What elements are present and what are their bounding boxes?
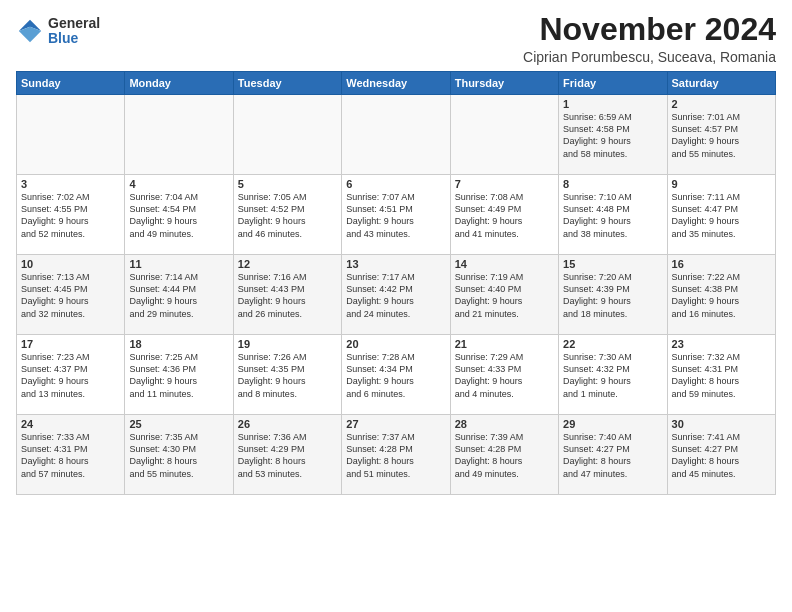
calendar-cell: 2Sunrise: 7:01 AM Sunset: 4:57 PM Daylig… [667, 95, 775, 175]
day-number: 23 [672, 338, 771, 350]
day-info: Sunrise: 7:41 AM Sunset: 4:27 PM Dayligh… [672, 431, 771, 480]
week-row-1: 1Sunrise: 6:59 AM Sunset: 4:58 PM Daylig… [17, 95, 776, 175]
calendar-cell: 26Sunrise: 7:36 AM Sunset: 4:29 PM Dayli… [233, 415, 341, 495]
logo-blue: Blue [48, 31, 100, 46]
day-info: Sunrise: 7:26 AM Sunset: 4:35 PM Dayligh… [238, 351, 337, 400]
calendar-body: 1Sunrise: 6:59 AM Sunset: 4:58 PM Daylig… [17, 95, 776, 495]
header-friday: Friday [559, 72, 667, 95]
calendar-cell: 25Sunrise: 7:35 AM Sunset: 4:30 PM Dayli… [125, 415, 233, 495]
header-row: Sunday Monday Tuesday Wednesday Thursday… [17, 72, 776, 95]
calendar-cell: 16Sunrise: 7:22 AM Sunset: 4:38 PM Dayli… [667, 255, 775, 335]
calendar-header: Sunday Monday Tuesday Wednesday Thursday… [17, 72, 776, 95]
calendar-cell: 30Sunrise: 7:41 AM Sunset: 4:27 PM Dayli… [667, 415, 775, 495]
header-monday: Monday [125, 72, 233, 95]
week-row-2: 3Sunrise: 7:02 AM Sunset: 4:55 PM Daylig… [17, 175, 776, 255]
calendar-cell: 3Sunrise: 7:02 AM Sunset: 4:55 PM Daylig… [17, 175, 125, 255]
header-thursday: Thursday [450, 72, 558, 95]
calendar-cell: 19Sunrise: 7:26 AM Sunset: 4:35 PM Dayli… [233, 335, 341, 415]
day-info: Sunrise: 7:36 AM Sunset: 4:29 PM Dayligh… [238, 431, 337, 480]
calendar-cell: 13Sunrise: 7:17 AM Sunset: 4:42 PM Dayli… [342, 255, 450, 335]
day-info: Sunrise: 7:37 AM Sunset: 4:28 PM Dayligh… [346, 431, 445, 480]
calendar-cell: 28Sunrise: 7:39 AM Sunset: 4:28 PM Dayli… [450, 415, 558, 495]
day-number: 3 [21, 178, 120, 190]
calendar-cell [125, 95, 233, 175]
day-info: Sunrise: 7:01 AM Sunset: 4:57 PM Dayligh… [672, 111, 771, 160]
day-info: Sunrise: 7:23 AM Sunset: 4:37 PM Dayligh… [21, 351, 120, 400]
month-title: November 2024 [523, 12, 776, 47]
day-info: Sunrise: 7:39 AM Sunset: 4:28 PM Dayligh… [455, 431, 554, 480]
calendar-cell [342, 95, 450, 175]
day-number: 8 [563, 178, 662, 190]
day-number: 24 [21, 418, 120, 430]
day-number: 9 [672, 178, 771, 190]
day-number: 15 [563, 258, 662, 270]
header-sunday: Sunday [17, 72, 125, 95]
calendar-cell: 23Sunrise: 7:32 AM Sunset: 4:31 PM Dayli… [667, 335, 775, 415]
day-number: 28 [455, 418, 554, 430]
calendar-cell: 5Sunrise: 7:05 AM Sunset: 4:52 PM Daylig… [233, 175, 341, 255]
day-info: Sunrise: 7:19 AM Sunset: 4:40 PM Dayligh… [455, 271, 554, 320]
day-info: Sunrise: 7:29 AM Sunset: 4:33 PM Dayligh… [455, 351, 554, 400]
subtitle: Ciprian Porumbescu, Suceava, Romania [523, 49, 776, 65]
day-number: 17 [21, 338, 120, 350]
day-number: 4 [129, 178, 228, 190]
week-row-3: 10Sunrise: 7:13 AM Sunset: 4:45 PM Dayli… [17, 255, 776, 335]
calendar-cell: 11Sunrise: 7:14 AM Sunset: 4:44 PM Dayli… [125, 255, 233, 335]
day-info: Sunrise: 7:05 AM Sunset: 4:52 PM Dayligh… [238, 191, 337, 240]
logo-general: General [48, 16, 100, 31]
day-info: Sunrise: 7:28 AM Sunset: 4:34 PM Dayligh… [346, 351, 445, 400]
day-info: Sunrise: 7:13 AM Sunset: 4:45 PM Dayligh… [21, 271, 120, 320]
day-number: 2 [672, 98, 771, 110]
header-saturday: Saturday [667, 72, 775, 95]
day-number: 10 [21, 258, 120, 270]
day-number: 14 [455, 258, 554, 270]
calendar-cell: 21Sunrise: 7:29 AM Sunset: 4:33 PM Dayli… [450, 335, 558, 415]
day-number: 20 [346, 338, 445, 350]
day-number: 5 [238, 178, 337, 190]
day-number: 18 [129, 338, 228, 350]
calendar-table: Sunday Monday Tuesday Wednesday Thursday… [16, 71, 776, 495]
calendar-cell: 4Sunrise: 7:04 AM Sunset: 4:54 PM Daylig… [125, 175, 233, 255]
day-info: Sunrise: 7:07 AM Sunset: 4:51 PM Dayligh… [346, 191, 445, 240]
calendar-cell: 27Sunrise: 7:37 AM Sunset: 4:28 PM Dayli… [342, 415, 450, 495]
calendar-cell: 1Sunrise: 6:59 AM Sunset: 4:58 PM Daylig… [559, 95, 667, 175]
day-info: Sunrise: 6:59 AM Sunset: 4:58 PM Dayligh… [563, 111, 662, 160]
day-info: Sunrise: 7:02 AM Sunset: 4:55 PM Dayligh… [21, 191, 120, 240]
header: General Blue November 2024 Ciprian Porum… [16, 12, 776, 65]
day-info: Sunrise: 7:33 AM Sunset: 4:31 PM Dayligh… [21, 431, 120, 480]
day-info: Sunrise: 7:16 AM Sunset: 4:43 PM Dayligh… [238, 271, 337, 320]
calendar-cell: 18Sunrise: 7:25 AM Sunset: 4:36 PM Dayli… [125, 335, 233, 415]
day-info: Sunrise: 7:35 AM Sunset: 4:30 PM Dayligh… [129, 431, 228, 480]
week-row-5: 24Sunrise: 7:33 AM Sunset: 4:31 PM Dayli… [17, 415, 776, 495]
day-info: Sunrise: 7:17 AM Sunset: 4:42 PM Dayligh… [346, 271, 445, 320]
day-number: 6 [346, 178, 445, 190]
logo: General Blue [16, 16, 100, 47]
day-info: Sunrise: 7:11 AM Sunset: 4:47 PM Dayligh… [672, 191, 771, 240]
header-tuesday: Tuesday [233, 72, 341, 95]
calendar-cell: 17Sunrise: 7:23 AM Sunset: 4:37 PM Dayli… [17, 335, 125, 415]
calendar-cell: 20Sunrise: 7:28 AM Sunset: 4:34 PM Dayli… [342, 335, 450, 415]
day-number: 27 [346, 418, 445, 430]
day-number: 22 [563, 338, 662, 350]
day-number: 29 [563, 418, 662, 430]
day-info: Sunrise: 7:30 AM Sunset: 4:32 PM Dayligh… [563, 351, 662, 400]
week-row-4: 17Sunrise: 7:23 AM Sunset: 4:37 PM Dayli… [17, 335, 776, 415]
calendar-cell: 22Sunrise: 7:30 AM Sunset: 4:32 PM Dayli… [559, 335, 667, 415]
day-number: 13 [346, 258, 445, 270]
day-number: 1 [563, 98, 662, 110]
day-number: 7 [455, 178, 554, 190]
day-number: 19 [238, 338, 337, 350]
day-number: 11 [129, 258, 228, 270]
calendar-cell: 10Sunrise: 7:13 AM Sunset: 4:45 PM Dayli… [17, 255, 125, 335]
calendar-cell: 8Sunrise: 7:10 AM Sunset: 4:48 PM Daylig… [559, 175, 667, 255]
calendar-cell: 6Sunrise: 7:07 AM Sunset: 4:51 PM Daylig… [342, 175, 450, 255]
title-block: November 2024 Ciprian Porumbescu, Suceav… [523, 12, 776, 65]
day-number: 21 [455, 338, 554, 350]
day-info: Sunrise: 7:22 AM Sunset: 4:38 PM Dayligh… [672, 271, 771, 320]
day-number: 16 [672, 258, 771, 270]
calendar-cell [450, 95, 558, 175]
day-info: Sunrise: 7:10 AM Sunset: 4:48 PM Dayligh… [563, 191, 662, 240]
day-number: 26 [238, 418, 337, 430]
day-number: 30 [672, 418, 771, 430]
calendar-cell: 12Sunrise: 7:16 AM Sunset: 4:43 PM Dayli… [233, 255, 341, 335]
